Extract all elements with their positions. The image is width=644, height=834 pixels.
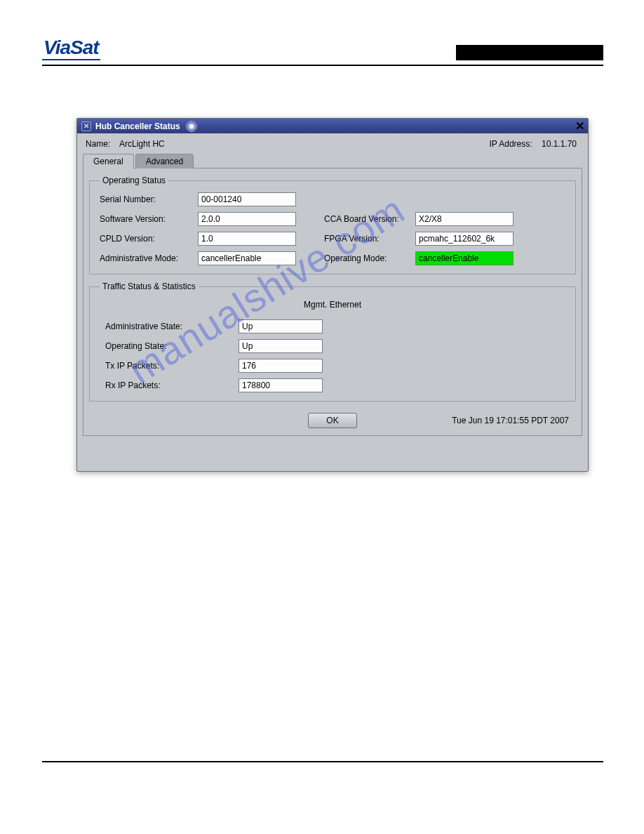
traffic-subtitle: Mgmt. Ethernet bbox=[100, 300, 565, 310]
cpld-label: CPLD Version: bbox=[100, 234, 198, 244]
dialog-info-row: Name: ArcLight HC IP Address: 10.1.1.70 bbox=[77, 133, 588, 152]
page-header: ViaSat bbox=[42, 37, 603, 66]
software-field[interactable]: 2.0.0 bbox=[198, 212, 296, 226]
dialog-title: Hub Canceller Status bbox=[95, 121, 180, 131]
tab-advanced[interactable]: Advanced bbox=[135, 154, 194, 168]
close-icon[interactable]: ✕ bbox=[573, 119, 586, 132]
admin-state-label: Administrative State: bbox=[105, 322, 239, 331]
rx-packets-field[interactable]: 178800 bbox=[239, 378, 323, 392]
tx-packets-label: Tx IP Packets: bbox=[105, 361, 239, 371]
ok-button[interactable]: OK bbox=[308, 413, 357, 428]
oper-state-field[interactable]: Up bbox=[239, 339, 323, 353]
traffic-status-fieldset: Traffic Status & Statistics Mgmt. Ethern… bbox=[89, 282, 576, 402]
fpga-label: FPGA Version: bbox=[324, 234, 415, 244]
header-black-bar bbox=[456, 45, 603, 60]
oper-state-label: Operating State: bbox=[105, 341, 239, 351]
ip-label: IP Address: bbox=[489, 139, 532, 149]
cca-field[interactable]: X2/X8 bbox=[415, 212, 514, 226]
viasat-logo: ViaSat bbox=[42, 37, 100, 60]
traffic-status-legend: Traffic Status & Statistics bbox=[100, 282, 199, 291]
hub-canceller-status-dialog: ✕ Hub Canceller Status ✕ Name: ArcLight … bbox=[76, 118, 589, 472]
oper-mode-field[interactable]: cancellerEnable bbox=[415, 251, 514, 265]
dialog-bottom-row: OK Tue Jun 19 17:01:55 PDT 2007 bbox=[89, 409, 576, 430]
oper-mode-label: Operating Mode: bbox=[324, 253, 415, 263]
serial-label: Serial Number: bbox=[100, 194, 198, 204]
rx-packets-label: Rx IP Packets: bbox=[105, 380, 239, 390]
fpga-field[interactable]: pcmahc_112602_6k bbox=[415, 232, 514, 246]
cca-label: CCA Board Version: bbox=[324, 214, 415, 224]
tab-general[interactable]: General bbox=[83, 154, 134, 168]
page-footer bbox=[42, 761, 603, 789]
swirl-icon bbox=[186, 121, 197, 132]
general-panel: Operating Status Serial Number: 00-00124… bbox=[83, 168, 582, 436]
name-value: ArcLight HC bbox=[119, 139, 165, 149]
operating-status-legend: Operating Status bbox=[100, 176, 168, 185]
operating-status-fieldset: Operating Status Serial Number: 00-00124… bbox=[89, 176, 576, 274]
admin-mode-label: Administrative Mode: bbox=[100, 253, 198, 263]
name-label: Name: bbox=[86, 139, 110, 149]
admin-state-field[interactable]: Up bbox=[239, 319, 323, 333]
system-menu-icon[interactable]: ✕ bbox=[81, 121, 91, 131]
tx-packets-field[interactable]: 176 bbox=[239, 359, 323, 373]
cpld-field[interactable]: 1.0 bbox=[198, 232, 296, 246]
admin-mode-field[interactable]: cancellerEnable bbox=[198, 251, 296, 265]
serial-field[interactable]: 00-001240 bbox=[198, 192, 296, 206]
tab-bar: General Advanced bbox=[83, 153, 588, 168]
software-label: Software Version: bbox=[100, 214, 198, 224]
timestamp: Tue Jun 19 17:01:55 PDT 2007 bbox=[452, 416, 569, 425]
dialog-titlebar[interactable]: ✕ Hub Canceller Status ✕ bbox=[77, 119, 588, 133]
ip-value: 10.1.1.70 bbox=[542, 139, 577, 149]
